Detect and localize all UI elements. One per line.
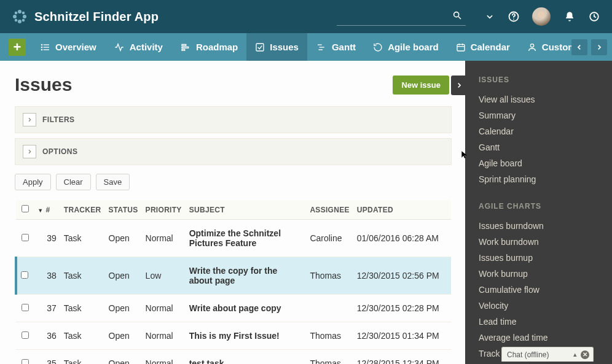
svg-rect-22: [256, 44, 264, 51]
help-icon[interactable]: [508, 10, 520, 23]
row-checkbox[interactable]: [21, 271, 28, 279]
avatar[interactable]: [532, 7, 551, 26]
col-subject[interactable]: SUBJECT: [186, 200, 307, 220]
col-num[interactable]: ▼#: [34, 200, 60, 220]
col-updated[interactable]: UPDATED: [353, 200, 451, 220]
issues-icon: [255, 42, 265, 52]
cell-priority: Normal: [142, 322, 186, 350]
sidebar-item[interactable]: Average lead time: [479, 330, 598, 346]
chat-widget[interactable]: Chat (offline) ▴ ✕: [501, 347, 594, 362]
svg-point-11: [513, 18, 514, 20]
svg-point-8: [454, 12, 459, 17]
cell-num: 37: [34, 295, 60, 322]
add-button[interactable]: +: [9, 39, 26, 56]
activity-icon: [114, 42, 125, 52]
cell-updated: 12/30/2015 02:56 PM: [353, 257, 451, 295]
svg-point-5: [22, 12, 25, 15]
gantt-icon: [316, 42, 327, 52]
col-tracker[interactable]: TRACKER: [60, 200, 105, 220]
clear-button[interactable]: Clear: [56, 174, 91, 190]
cell-subject[interactable]: test task: [186, 350, 307, 365]
save-button[interactable]: Save: [96, 174, 130, 190]
nav-label: Roadmap: [196, 42, 238, 52]
svg-line-9: [458, 17, 461, 19]
svg-point-3: [23, 15, 26, 18]
table-row[interactable]: 39 Task Open Normal Optimize the Schnitz…: [16, 220, 451, 257]
select-all-checkbox[interactable]: [22, 205, 29, 212]
nav-calendar[interactable]: Calendar: [447, 33, 519, 61]
cell-subject[interactable]: Write about page copy: [186, 295, 307, 322]
query-toolbar: Apply Clear Save: [15, 174, 465, 190]
new-issue-button[interactable]: New issue: [393, 76, 449, 95]
cell-updated: 01/06/2016 06:28 AM: [353, 220, 451, 257]
cell-updated: 12/28/2015 12:34 PM: [353, 350, 451, 365]
dropdown-caret-icon[interactable]: [485, 12, 494, 21]
search-icon[interactable]: [452, 10, 462, 23]
table-row[interactable]: 36 Task Open Normal This is my First Iss…: [16, 322, 451, 350]
sidebar-item[interactable]: Summary: [479, 107, 598, 123]
nav-overview[interactable]: Overview: [32, 33, 105, 61]
options-label: OPTIONS: [42, 147, 78, 156]
sidebar-item[interactable]: Issues burnup: [479, 250, 598, 266]
nav-gantt[interactable]: Gantt: [307, 33, 364, 61]
svg-point-0: [18, 10, 22, 14]
user-icon: [527, 42, 537, 52]
sidebar-item[interactable]: Work burnup: [479, 266, 598, 282]
cell-subject[interactable]: Optimize the Schnitzel Pictures Feature: [186, 220, 307, 257]
col-assignee[interactable]: ASSIGNEE: [306, 200, 353, 220]
chevron-left-icon: [576, 44, 583, 51]
sidebar-item[interactable]: Velocity: [479, 298, 598, 314]
options-toggle[interactable]: [23, 145, 36, 158]
cell-status: Open: [105, 257, 142, 295]
cell-tracker: Task: [60, 220, 105, 257]
svg-point-7: [22, 19, 25, 22]
sidebar-item[interactable]: Gantt: [479, 139, 598, 155]
sidebar-item[interactable]: Sprint planning: [479, 171, 598, 187]
nav-activity[interactable]: Activity: [105, 33, 171, 61]
apply-button[interactable]: Apply: [15, 174, 51, 190]
search-group[interactable]: [337, 8, 466, 26]
nav-roadmap[interactable]: Roadmap: [171, 33, 246, 61]
col-priority[interactable]: PRIORITY: [142, 200, 186, 220]
chat-close-icon[interactable]: ✕: [581, 350, 589, 359]
row-checkbox[interactable]: [22, 331, 29, 339]
cell-status: Open: [105, 220, 142, 257]
sidebar-item[interactable]: Calendar: [479, 123, 598, 139]
sidebar-item[interactable]: Lead time: [479, 314, 598, 330]
chat-label: Chat (offline): [507, 350, 549, 359]
clock-icon[interactable]: [589, 11, 600, 22]
sidebar-item[interactable]: View all issues: [479, 91, 598, 107]
sidebar-collapse-button[interactable]: [451, 76, 465, 95]
sidebar-item[interactable]: Work burndown: [479, 234, 598, 250]
cell-subject[interactable]: This is my First Issue!: [186, 322, 307, 350]
filters-toggle[interactable]: [23, 113, 36, 126]
sidebar-item[interactable]: Cumulative flow: [479, 282, 598, 298]
cell-tracker: Task: [60, 295, 105, 322]
sidebar: ISSUES View all issues Summary Calendar …: [465, 61, 612, 364]
nav-issues[interactable]: Issues: [246, 33, 307, 61]
logo-icon: [12, 9, 27, 24]
row-checkbox[interactable]: [22, 359, 29, 364]
table-row[interactable]: 37 Task Open Normal Write about page cop…: [16, 295, 451, 322]
svg-point-1: [18, 20, 22, 23]
table-row[interactable]: 35 Task Open Normal test task Thomas 12/…: [16, 350, 451, 365]
sidebar-item[interactable]: Agile board: [479, 155, 598, 171]
sidebar-item[interactable]: Issues burndown: [479, 218, 598, 234]
cell-status: Open: [105, 322, 142, 350]
table-row[interactable]: 38 Task Open Low Write the copy for the …: [16, 257, 451, 295]
notifications-icon[interactable]: [564, 11, 575, 22]
cell-updated: 12/30/2015 02:28 PM: [353, 295, 451, 322]
cell-subject[interactable]: Write the copy for the about page: [186, 257, 307, 295]
nav-agile-board[interactable]: Agile board: [364, 33, 447, 61]
chat-expand-icon[interactable]: ▴: [573, 350, 577, 359]
row-checkbox[interactable]: [22, 304, 29, 311]
col-status[interactable]: STATUS: [105, 200, 142, 220]
row-checkbox[interactable]: [22, 234, 29, 241]
search-input[interactable]: [354, 12, 452, 21]
nav-scroll-left[interactable]: [571, 39, 587, 55]
app-title: Schnitzel Finder App: [34, 10, 159, 24]
nav-scroll-right[interactable]: [591, 39, 607, 55]
content: Issues New issue FILTERS OPTIONS Apply C…: [0, 61, 465, 364]
sidebar-issues-head: ISSUES: [479, 76, 598, 84]
svg-point-2: [13, 15, 17, 18]
